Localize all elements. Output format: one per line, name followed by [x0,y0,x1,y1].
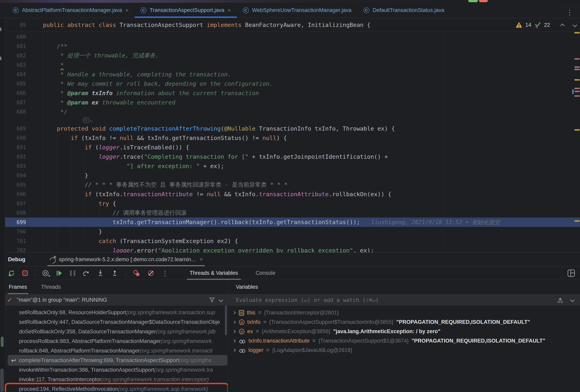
thread-dropdown-icon[interactable] [219,298,223,302]
execution-line[interactable]: 699 txInfo.getTransactionManager().rollb… [0,217,580,227]
error-stripe-mark[interactable] [575,129,580,131]
resume-program-icon[interactable] [56,270,63,277]
code-line[interactable]: 686 * @param txInfo information about th… [0,88,580,98]
code-line[interactable]: 696 if (txInfo.transactionAttribute != n… [0,190,580,199]
code-editor[interactable]: 680681 /**682 * 处理一个 throwable, 完成事务。683… [0,32,580,252]
code-line[interactable]: 689 protected void completeTransactionAf… [0,124,580,133]
expand-icon[interactable] [233,321,236,324]
close-session-icon[interactable]: × [200,256,203,263]
thread-selector[interactable]: ✓ "main"@1 in group "main": RUNNING [0,294,228,306]
external-annotations-icon[interactable] [83,118,89,123]
stripe-tool-icon[interactable] [0,369,4,392]
error-stripe-mark[interactable] [575,88,580,89]
code-segment: + txInfo.getJoinpointIdentification() + [249,153,388,160]
frames-scrollbar[interactable] [225,305,227,335]
error-stripe-mark[interactable] [575,32,580,33]
error-stripe-mark[interactable] [575,79,580,81]
pane-tab-frames[interactable]: Frames [7,280,28,294]
code-line[interactable]: 693 "] after exception: " + ex); [0,161,580,171]
add-watch-icon[interactable]: + [557,297,564,303]
variable-row[interactable]: txInfo.transactionAttribute = {Transacti… [228,336,580,346]
next-problem-icon[interactable] [573,23,577,27]
mute-breakpoints-icon[interactable] [147,270,154,277]
stack-frame-selected[interactable]: ↩completeTransactionAfterThrowing:699, T… [0,356,228,365]
expand-icon[interactable] [233,311,236,314]
editor-tab-2[interactable]: CTransactionAspectSupport.java× [135,3,237,18]
code-line[interactable]: 683 * [0,60,580,70]
code-line[interactable]: 692 logger.trace("Completing transaction… [0,152,580,161]
variable-row[interactable]: this = {TransactionInterceptor@2601} [228,308,580,317]
filter-icon[interactable] [209,297,215,303]
thread-check-icon: ✓ [7,296,12,304]
code-line[interactable]: 701 catch (TransactionSystemException ex… [0,236,580,246]
code-line[interactable]: 700 } [0,227,580,236]
stripe-tool-icon[interactable] [1,337,3,347]
layout-settings-icon[interactable] [568,270,575,277]
stack-frame[interactable]: doSetRollbackOnly:358, DataSourceTransac… [0,327,228,336]
code-segment: public abstract class [43,21,120,28]
pane-tab-threads[interactable]: Threads [40,280,62,294]
debug-session-tab[interactable]: spring-framework-5.2.x:demo [:demo:cn.co… [47,253,205,266]
editor-tab-1[interactable]: CAbstractPlatformTransactionManager.java… [7,3,135,18]
stop-icon[interactable] [22,270,28,276]
code-segment [43,62,60,68]
expand-icon[interactable] [233,330,236,333]
stack-frame[interactable]: setRollbackOnly:447, DataSourceTransacti… [0,317,228,327]
expand-icon[interactable] [233,349,236,352]
code-text: * Handle a throwable, completing the tra… [43,71,231,78]
rerun-debug-icon[interactable] [8,270,15,277]
stack-frame[interactable]: rollback:848, AbstractPlatformTransactio… [0,346,228,356]
code-line[interactable]: 688 */ [0,107,580,116]
evaluate-history-icon[interactable] [570,298,575,302]
code-line[interactable]: 694 } [0,171,580,180]
code-line[interactable]: 691 if (logger.isTraceEnabled()) { [0,143,580,152]
variable-row[interactable]: logger = {LogAdapter$JavaUtilLog@2618} [228,346,580,355]
variable-row[interactable]: pex = {ArithmeticException@3856} "java.l… [228,327,580,336]
error-stripe-mark[interactable] [575,58,580,60]
inspections-widget[interactable]: 14 22 [515,18,577,32]
debug-tab-threads-variables[interactable]: Threads & Variables [187,266,241,280]
step-out-icon[interactable] [111,270,118,277]
error-stripe-mark[interactable] [575,69,580,70]
close-tab-icon[interactable]: × [228,7,231,13]
variable-row[interactable]: ptxInfo = {TransactionAspectSupport$Tran… [228,317,580,327]
code-line[interactable]: 690 if (txInfo != null && txInfo.getTran… [0,133,580,143]
editor-tab-4[interactable]: CDefaultTransactionStatus.java [357,3,450,18]
watch-icon [239,348,246,352]
code-line[interactable]: 684 * Handle a throwable, completing the… [0,70,580,79]
error-stripe-mark[interactable] [575,220,580,222]
code-line[interactable]: 685 * We may commit or roll back, depend… [0,79,580,88]
code-line[interactable]: 687 * @param ex throwable encountered [0,98,580,107]
error-stripe-mark[interactable] [575,95,580,97]
error-stripe-mark[interactable] [575,66,580,68]
toolbar-more-icon[interactable]: ⋮ [162,270,168,277]
stack-frame[interactable]: setRollbackOnly:68, ResourceHolderSuppor… [0,308,228,317]
expand-icon[interactable] [233,339,236,343]
prev-problem-icon[interactable] [560,23,565,28]
code-line[interactable]: 682 * 处理一个 throwable, 完成事务。 [0,51,580,60]
stack-frame[interactable]: invokeWithinTransaction:386, Transaction… [0,365,228,375]
code-line[interactable]: 680 [0,32,580,41]
code-line[interactable]: 697 try { [0,199,580,208]
frame-location: setRollbackOnly:68, ResourceHolderSuppor… [19,309,126,316]
left-tool-window-stripe[interactable] [0,18,5,392]
frame-location: doSetRollbackOnly:358, DataSourceTransac… [19,329,156,335]
breakpoint-options-icon[interactable] [42,270,48,276]
step-over-icon[interactable] [82,270,90,277]
editor-tabs-more-icon[interactable]: ⋮ [566,9,573,16]
code-segment: @param [67,99,92,106]
stack-frame[interactable]: processRollback:883, AbstractPlatformTra… [0,336,228,346]
editor-tab-3[interactable]: CWebSphereUowTransactionManager.java [237,3,357,18]
debug-tab-console[interactable]: Console [253,266,278,280]
code-line[interactable]: 695 // * * * 事务属性不为空 且 事务属性回滚异常类 - 是当前异常… [0,180,580,190]
close-tab-icon[interactable]: × [125,7,129,13]
evaluate-expression-input[interactable]: Evaluate expression (↵) or add a watch (… [228,294,580,306]
code-line[interactable]: 698 // 调用事务管理器进行回滚 [0,208,580,217]
frame-location: processRollback:883, AbstractPlatformTra… [19,338,161,344]
error-stripe-mark[interactable] [575,91,580,92]
view-breakpoints-icon[interactable] [133,270,140,277]
pause-program-icon[interactable] [70,270,75,276]
code-line[interactable]: 681 /** [0,41,580,51]
code-line[interactable]: 702 logger.error("Application exception … [0,246,580,252]
step-into-icon[interactable] [97,270,104,277]
